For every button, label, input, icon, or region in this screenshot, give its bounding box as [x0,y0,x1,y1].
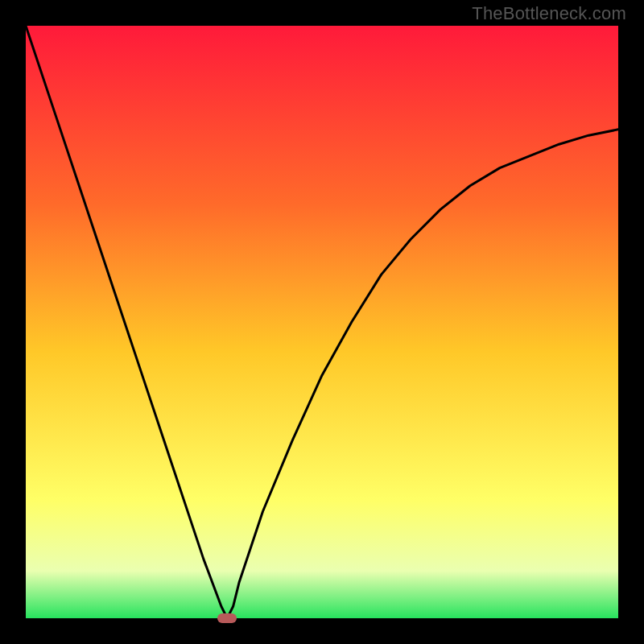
bottleneck-curve [26,26,618,618]
valley-marker [217,613,237,623]
plot-area [26,26,618,618]
watermark-text: TheBottleneck.com [472,3,626,24]
chart-frame: TheBottleneck.com [0,0,644,644]
